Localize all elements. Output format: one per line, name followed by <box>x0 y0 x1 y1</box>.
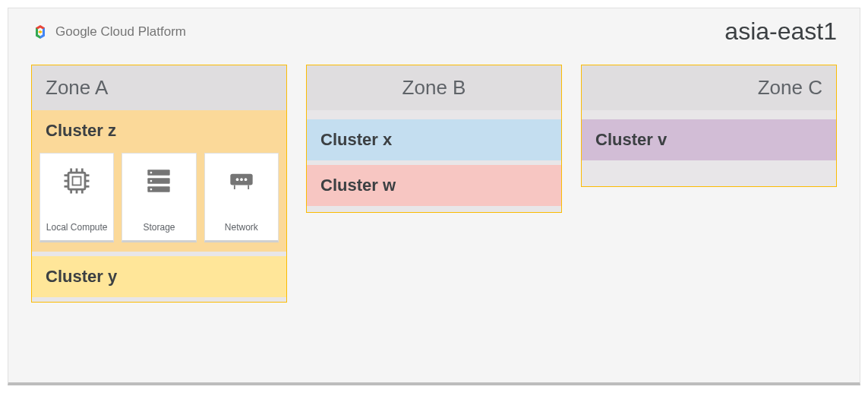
cluster-v: Cluster v <box>582 119 836 160</box>
zones-row: Zone A Cluster z <box>31 65 837 303</box>
zone-a-header: Zone A <box>32 65 286 110</box>
platform-name: Google Cloud Platform <box>55 24 186 40</box>
network-port-icon <box>223 163 260 199</box>
zone-b-header: Zone B <box>307 65 561 110</box>
cluster-w: Cluster w <box>307 165 561 206</box>
resource-network-label: Network <box>225 222 258 233</box>
resource-compute: Local Compute <box>39 153 114 242</box>
cluster-y: Cluster y <box>32 256 286 297</box>
region-name: asia-east1 <box>724 17 837 46</box>
region-container: Google Cloud Platform asia-east1 Zone A … <box>8 8 860 385</box>
svg-point-21 <box>235 178 238 181</box>
storage-disks-icon <box>140 163 177 199</box>
svg-rect-0 <box>68 173 85 189</box>
svg-point-19 <box>150 189 153 191</box>
svg-point-22 <box>240 178 243 181</box>
zone-c: Zone C Cluster v <box>581 65 837 187</box>
cluster-z: Cluster z <box>32 110 286 252</box>
resource-storage: Storage <box>122 153 196 242</box>
cluster-x: Cluster x <box>307 119 561 160</box>
cluster-z-label: Cluster z <box>39 110 279 144</box>
resource-storage-label: Storage <box>143 222 175 233</box>
svg-rect-1 <box>73 177 81 185</box>
gcp-logo: Google Cloud Platform <box>31 23 186 41</box>
zone-b: Zone B Cluster x Cluster w <box>306 65 562 213</box>
cpu-chip-icon <box>58 163 95 199</box>
svg-point-17 <box>150 172 153 174</box>
zone-c-header: Zone C <box>582 65 836 110</box>
zone-a: Zone A Cluster z <box>31 65 287 303</box>
svg-point-23 <box>244 178 247 181</box>
gcp-hexagon-icon <box>31 23 49 41</box>
resources-row: Local Compute <box>39 153 279 242</box>
resource-compute-label: Local Compute <box>46 222 108 233</box>
zone-c-spacer <box>582 160 836 186</box>
svg-point-18 <box>150 180 153 182</box>
resource-network: Network <box>204 153 279 242</box>
region-header: Google Cloud Platform asia-east1 <box>31 17 837 46</box>
zone-b-spacer <box>307 206 561 212</box>
